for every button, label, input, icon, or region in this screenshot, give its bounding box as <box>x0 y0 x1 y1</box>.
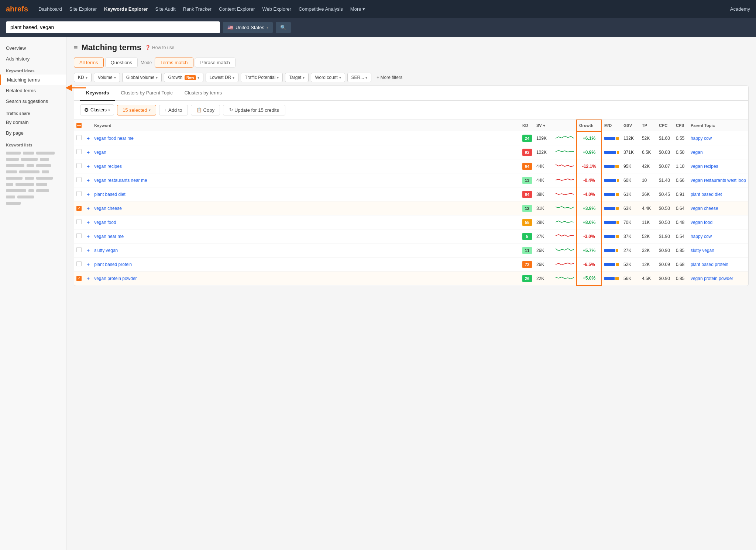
keyword-link[interactable]: plant based protein <box>94 262 132 267</box>
nav-academy[interactable]: Academy <box>730 6 750 12</box>
nav-dashboard[interactable]: Dashboard <box>38 6 62 12</box>
row-checkbox[interactable] <box>76 247 82 252</box>
tab-questions[interactable]: Questions <box>105 58 138 68</box>
filter-target[interactable]: Target ▾ <box>285 73 309 82</box>
tab-keywords[interactable]: Keywords <box>80 86 115 101</box>
hamburger-icon[interactable]: ≡ <box>74 44 78 52</box>
th-gsv[interactable]: GSV <box>621 120 640 131</box>
search-input[interactable] <box>6 21 220 33</box>
add-keyword-button[interactable]: + <box>87 248 90 253</box>
keyword-link[interactable]: vegan recipes <box>94 164 122 169</box>
add-keyword-button[interactable]: + <box>87 276 90 281</box>
selected-button[interactable]: 15 selected ▾ <box>117 105 156 115</box>
add-keyword-button[interactable]: + <box>87 262 90 267</box>
parent-topic-link[interactable]: vegan food <box>691 220 712 225</box>
keyword-link[interactable]: vegan <box>94 150 106 155</box>
add-keyword-button[interactable]: + <box>87 219 90 225</box>
row-checkbox[interactable] <box>76 219 82 224</box>
copy-button[interactable]: 📋 Copy <box>191 105 220 115</box>
keyword-link[interactable]: vegan protein powder <box>94 276 137 281</box>
parent-topic-link[interactable]: slutty vegan <box>691 248 714 253</box>
filter-global-volume[interactable]: Global volume ▾ <box>122 73 162 82</box>
add-keyword-button[interactable]: + <box>87 163 90 169</box>
row-checkbox[interactable] <box>76 233 82 238</box>
sidebar-item-by-page[interactable]: By page <box>0 128 66 138</box>
sidebar-item-related-terms[interactable]: Related terms <box>0 85 66 96</box>
keyword-link[interactable]: vegan near me <box>94 234 124 239</box>
update-button[interactable]: ↻ Update for 15 credits <box>223 105 285 115</box>
parent-topic-link[interactable]: plant based protein <box>691 262 728 267</box>
filter-traffic-potential[interactable]: Traffic Potential ▾ <box>241 73 283 82</box>
row-checkbox[interactable]: ✓ <box>76 206 82 211</box>
row-checkbox[interactable] <box>76 163 82 168</box>
parent-topic-link[interactable]: happy cow <box>691 234 712 239</box>
nav-more[interactable]: More ▾ <box>350 6 365 12</box>
add-to-button[interactable]: + Add to <box>159 105 188 115</box>
nav-competitive-analysis[interactable]: Competitive Analysis <box>299 6 343 12</box>
tab-all-terms[interactable]: All terms <box>74 58 104 68</box>
keyword-link[interactable]: slutty vegan <box>94 248 118 253</box>
parent-topic-link[interactable]: vegan restaurants west loop <box>691 178 746 183</box>
th-tp[interactable]: TP <box>640 120 657 131</box>
parent-topic-link[interactable]: plant based diet <box>691 192 722 197</box>
sidebar-item-overview[interactable]: Overview <box>0 43 66 53</box>
parent-topic-link[interactable]: vegan cheese <box>691 206 718 211</box>
nav-site-explorer[interactable]: Site Explorer <box>69 6 97 12</box>
sidebar-item-by-domain[interactable]: By domain <box>0 117 66 128</box>
th-parent-topic[interactable]: Parent Topic <box>688 120 748 131</box>
keyword-link[interactable]: vegan cheese <box>94 206 122 211</box>
add-keyword-button[interactable]: + <box>87 177 90 183</box>
row-checkbox[interactable] <box>76 135 82 140</box>
parent-topic-link[interactable]: vegan protein powder <box>691 276 733 281</box>
country-selector[interactable]: 🇺🇸 United States ▾ <box>223 22 273 33</box>
add-keyword-button[interactable]: + <box>87 234 90 239</box>
nav-site-audit[interactable]: Site Audit <box>155 6 176 12</box>
th-keyword[interactable]: Keyword <box>92 120 520 131</box>
filter-word-count[interactable]: Word count ▾ <box>311 73 345 82</box>
parent-topic-link[interactable]: happy cow <box>691 136 712 141</box>
filter-kd[interactable]: KD ▾ <box>74 73 92 82</box>
select-all-checkbox[interactable]: — <box>76 123 82 128</box>
tab-terms-match[interactable]: Terms match <box>155 58 193 68</box>
add-keyword-button[interactable]: + <box>87 191 90 197</box>
nav-keywords-explorer[interactable]: Keywords Explorer <box>104 6 148 12</box>
filter-ser[interactable]: SER... ▾ <box>347 73 372 82</box>
tab-clusters-terms[interactable]: Clusters by terms <box>179 86 228 101</box>
add-keyword-button[interactable]: + <box>87 149 90 155</box>
filter-growth[interactable]: Growth New ▾ <box>164 73 203 82</box>
add-keyword-button[interactable]: + <box>87 205 90 211</box>
tab-clusters-parent-topic[interactable]: Clusters by Parent Topic <box>115 86 179 101</box>
th-sv[interactable]: SV ▾ <box>534 120 553 131</box>
sidebar-item-search-suggestions[interactable]: Search suggestions <box>0 96 66 107</box>
th-cps[interactable]: CPS <box>674 120 688 131</box>
row-checkbox[interactable] <box>76 191 82 196</box>
filter-lowest-dr[interactable]: Lowest DR ▾ <box>206 73 239 82</box>
sidebar-item-ads-history[interactable]: Ads history <box>0 53 66 64</box>
keyword-link[interactable]: vegan food <box>94 220 116 225</box>
th-kd[interactable]: KD <box>520 120 534 131</box>
add-keyword-button[interactable]: + <box>87 135 90 141</box>
nav-content-explorer[interactable]: Content Explorer <box>219 6 255 12</box>
filter-volume[interactable]: Volume ▾ <box>94 73 120 82</box>
row-checkbox[interactable] <box>76 261 82 266</box>
sidebar-item-matching-terms[interactable]: Matching terms <box>0 75 66 85</box>
keyword-link[interactable]: vegan restaurants near me <box>94 178 147 183</box>
tab-phrase-match[interactable]: Phrase match <box>195 58 236 68</box>
logo[interactable]: ahrefs <box>6 5 28 13</box>
th-md[interactable]: M/D <box>602 120 621 131</box>
parent-topic-link[interactable]: vegan recipes <box>691 164 718 169</box>
parent-topic-link[interactable]: vegan <box>691 150 703 155</box>
row-checkbox[interactable] <box>76 149 82 154</box>
clusters-button[interactable]: ⚙ Clusters ▾ <box>80 104 114 115</box>
nav-web-explorer[interactable]: Web Explorer <box>262 6 291 12</box>
more-filters-button[interactable]: + More filters <box>374 73 405 82</box>
how-to-use-link[interactable]: ❓ How to use <box>145 45 174 50</box>
row-checkbox[interactable]: ✓ <box>76 276 82 281</box>
search-button[interactable]: 🔍 <box>276 22 291 33</box>
keyword-link[interactable]: vegan food near me <box>94 136 134 141</box>
nav-rank-tracker[interactable]: Rank Tracker <box>183 6 212 12</box>
row-checkbox[interactable] <box>76 177 82 182</box>
th-growth[interactable]: Growth <box>577 120 602 131</box>
keyword-link[interactable]: plant based diet <box>94 192 126 197</box>
th-cpc[interactable]: CPC <box>657 120 674 131</box>
